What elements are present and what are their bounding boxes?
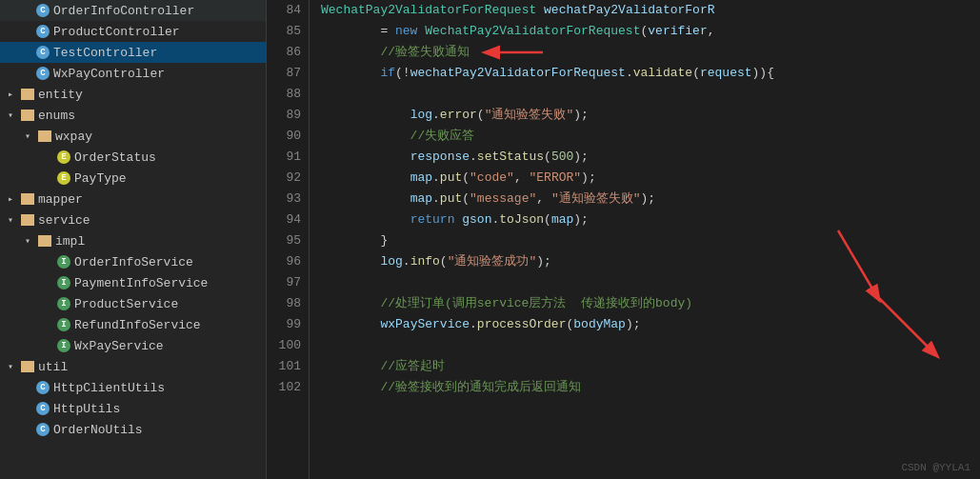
- code-line-92: map.put("code", "ERROR");: [321, 168, 980, 189]
- item-label: OrderInfoController: [53, 4, 194, 18]
- item-label: HttpUtils: [53, 402, 120, 416]
- folder-icon: [38, 235, 51, 247]
- file-tree[interactable]: C OrderInfoController C ProductControlle…: [0, 0, 267, 479]
- item-label: TestController: [53, 46, 157, 60]
- folder-icon: [21, 214, 34, 226]
- line-num-97: 97: [267, 272, 301, 293]
- interface-icon: I: [57, 318, 70, 331]
- line-num-85: 85: [267, 21, 301, 42]
- tree-item-wxpaycontroller[interactable]: C WxPayController: [0, 63, 266, 84]
- tree-item-service[interactable]: service: [0, 210, 266, 230]
- folder-arrow-icon: [8, 89, 21, 100]
- interface-icon: I: [57, 297, 70, 310]
- code-line-100: [321, 335, 980, 356]
- code-line-95: }: [321, 230, 980, 251]
- code-line-101: //应答起时: [321, 356, 980, 377]
- line-num-101: 101 ◆: [267, 356, 301, 377]
- item-label: wxpay: [55, 130, 92, 144]
- line-num-99: 99: [267, 314, 301, 335]
- item-label: PayType: [74, 171, 127, 186]
- code-line-99: wxPayService.processOrder(bodyMap);: [321, 314, 980, 335]
- item-label: ProductController: [53, 25, 180, 39]
- class-icon: C: [36, 46, 50, 59]
- code-line-90: //失败应答: [321, 126, 980, 147]
- line-num-100: 100: [267, 335, 301, 356]
- class-icon: C: [36, 402, 50, 415]
- class-icon: C: [36, 4, 50, 17]
- line-num-94: 94: [267, 210, 301, 230]
- code-line-102: //验签接收到的通知完成后返回通知: [321, 377, 980, 398]
- code-line-93: map.put("message", "通知验签失败");: [321, 189, 980, 210]
- item-label: entity: [38, 88, 83, 102]
- item-label: util: [38, 360, 68, 374]
- line-num-93: 93: [267, 189, 301, 210]
- class-icon: C: [36, 381, 50, 394]
- tree-item-testcontroller[interactable]: C TestController: [0, 42, 266, 63]
- tree-item-httputils[interactable]: C HttpUtils: [0, 398, 266, 419]
- tree-item-wxpayservice[interactable]: I WxPayService: [0, 335, 266, 356]
- item-label: RefundInfoService: [74, 318, 201, 332]
- interface-icon: I: [57, 339, 70, 352]
- code-line-94: return gson.toJson(map);: [321, 210, 980, 230]
- line-num-95: 95 ◆: [267, 230, 301, 251]
- line-num-102: 102: [267, 377, 301, 398]
- code-line-96: log.info("通知验签成功");: [321, 251, 980, 272]
- code-line-91: response.setStatus(500);: [321, 147, 980, 168]
- tree-item-orderstatus[interactable]: E OrderStatus: [0, 147, 266, 168]
- code-line-88: [321, 84, 980, 105]
- folder-icon: [21, 361, 34, 372]
- tree-item-productservice[interactable]: I ProductService: [0, 293, 266, 314]
- item-label: HttpClientUtils: [53, 381, 165, 395]
- line-num-96: 96: [267, 251, 301, 272]
- item-label: WxPayService: [74, 339, 164, 353]
- class-icon: C: [36, 423, 50, 436]
- tree-item-entity[interactable]: entity: [0, 84, 266, 105]
- code-editor: 84 85 86 87 ◆ 88 89 90 91 92 93 94 95 ◆ …: [267, 0, 980, 479]
- class-icon: C: [36, 67, 50, 80]
- tree-item-enums[interactable]: enums: [0, 105, 266, 126]
- line-num-90: 90: [267, 126, 301, 147]
- tree-item-httpclientutils[interactable]: C HttpClientUtils: [0, 377, 266, 398]
- folder-arrow-icon: [8, 110, 21, 121]
- item-label: ProductService: [74, 297, 178, 311]
- tree-item-paytype[interactable]: E PayType: [0, 168, 266, 189]
- folder-icon: [38, 130, 51, 142]
- item-label: OrderInfoService: [74, 255, 193, 269]
- line-num-92: 92: [267, 168, 301, 189]
- item-label: impl: [55, 234, 85, 249]
- line-num-88: 88: [267, 84, 301, 105]
- tree-item-productcontroller[interactable]: C ProductController: [0, 21, 266, 42]
- class-icon: C: [36, 25, 50, 38]
- tree-item-orderinfocontroller[interactable]: C OrderInfoController: [0, 0, 266, 21]
- folder-arrow-icon: [8, 193, 21, 205]
- code-content[interactable]: WechatPay2ValidatorForRequest wechatPay2…: [310, 0, 980, 479]
- item-label: PaymentInfoService: [74, 276, 208, 290]
- enum-icon: E: [57, 171, 70, 185]
- line-num-89: 89: [267, 105, 301, 126]
- line-num-91: 91: [267, 147, 301, 168]
- folder-icon: [21, 110, 34, 121]
- item-label: OrderNoUtils: [53, 423, 143, 437]
- line-num-84: 84: [267, 0, 301, 21]
- tree-item-util[interactable]: util: [0, 356, 266, 377]
- code-line-98: //处理订单(调用service层方法 传递接收到的body): [321, 293, 980, 314]
- tree-item-wxpay[interactable]: wxpay: [0, 126, 266, 147]
- folder-icon: [21, 89, 34, 100]
- tree-item-ordernoutil[interactable]: C OrderNoUtils: [0, 419, 266, 440]
- code-line-85: = new WechatPay2ValidatorForRequest(veri…: [321, 21, 980, 42]
- interface-icon: I: [57, 276, 70, 289]
- item-label: enums: [38, 109, 75, 123]
- item-label: mapper: [38, 192, 83, 207]
- code-line-97: [321, 272, 980, 293]
- folder-arrow-icon: [8, 361, 21, 372]
- tree-item-impl[interactable]: impl: [0, 230, 266, 251]
- tree-item-paymentinfoservice[interactable]: I PaymentInfoService: [0, 272, 266, 293]
- line-numbers: 84 85 86 87 ◆ 88 89 90 91 92 93 94 95 ◆ …: [267, 0, 310, 479]
- line-num-87: 87 ◆: [267, 63, 301, 84]
- folder-arrow-icon: [25, 235, 38, 247]
- tree-item-mapper[interactable]: mapper: [0, 189, 266, 210]
- tree-item-refundinfoservice[interactable]: I RefundInfoService: [0, 314, 266, 335]
- tree-item-orderinfoservice[interactable]: I OrderInfoService: [0, 251, 266, 272]
- line-num-98: 98: [267, 293, 301, 314]
- folder-arrow-icon: [25, 130, 38, 142]
